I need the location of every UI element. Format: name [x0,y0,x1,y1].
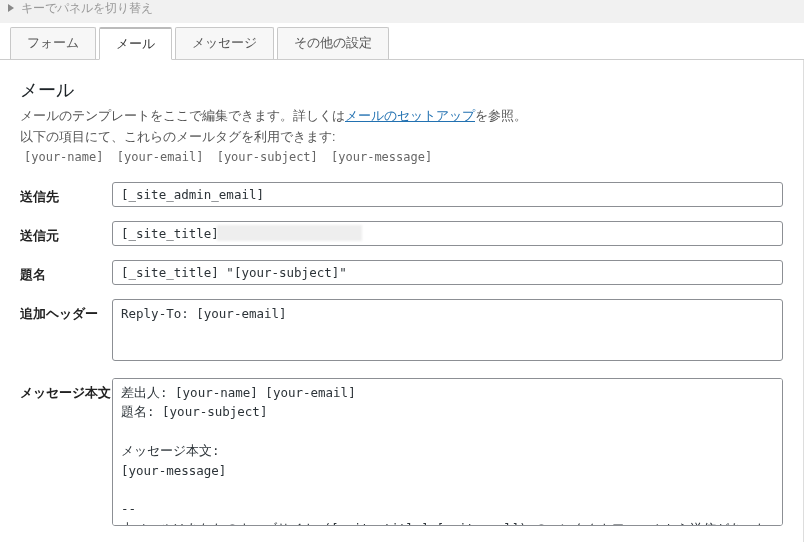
desc-text-post: を参照。 [475,109,527,123]
section-title: メール [20,78,783,102]
mailtag-list: [your-name] [your-email] [your-subject] … [24,150,783,164]
setup-link[interactable]: メールのセットアップ [345,109,475,123]
tab-other[interactable]: その他の設定 [277,27,389,59]
label-to: 送信先 [20,182,112,206]
tab-messages[interactable]: メッセージ [175,27,274,59]
tab-mail[interactable]: メール [99,27,172,60]
tab-bar: フォーム メール メッセージ その他の設定 [0,23,804,60]
mailtag-desc: 以下の項目にて、これらのメールタグを利用できます: [20,129,783,146]
input-subject[interactable] [112,260,783,285]
label-from: 送信元 [20,221,112,245]
panel-toggle-label: キーでパネルを切り替え [21,1,153,15]
mailtag: [your-email] [117,150,204,164]
input-to[interactable] [112,182,783,207]
label-body: メッセージ本文 [20,378,112,402]
section-desc: メールのテンプレートをここで編集できます。詳しくはメールのセットアップを参照。 [20,108,783,125]
mailtag: [your-subject] [217,150,318,164]
panel-toggle[interactable]: キーでパネルを切り替え [0,0,804,23]
label-headers: 追加ヘッダー [20,299,112,323]
chevron-right-icon [8,4,14,12]
textarea-body[interactable] [112,378,783,526]
label-subject: 題名 [20,260,112,284]
input-from[interactable] [112,221,783,246]
mail-panel: メール メールのテンプレートをここで編集できます。詳しくはメールのセットアップを… [0,60,804,542]
mailtag: [your-message] [331,150,432,164]
textarea-headers[interactable] [112,299,783,361]
tab-form[interactable]: フォーム [10,27,96,59]
mailtag: [your-name] [24,150,103,164]
desc-text-pre: メールのテンプレートをここで編集できます。詳しくは [20,109,345,123]
